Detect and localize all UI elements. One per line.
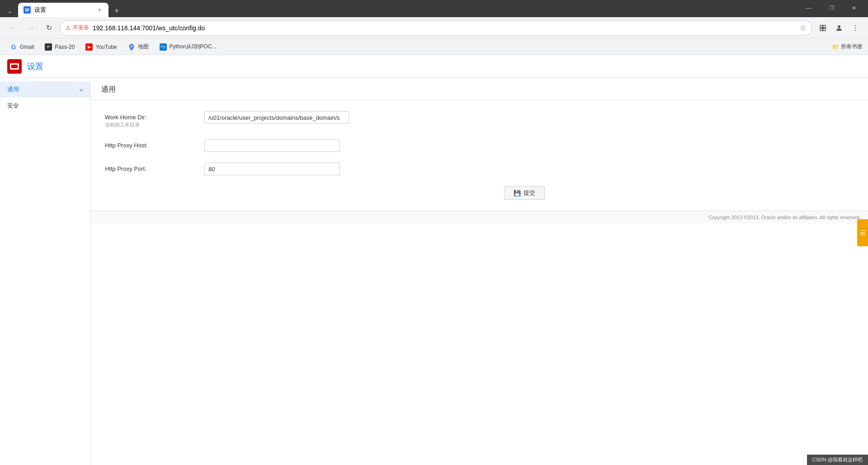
tab-expand-button[interactable]: ⌄ xyxy=(4,5,16,17)
svg-point-7 xyxy=(855,30,856,31)
warning-icon: ⚠ xyxy=(66,24,71,31)
bookmark-youtube-label: YouTube xyxy=(95,44,117,50)
save-icon: 💾 xyxy=(514,190,521,197)
svg-point-6 xyxy=(855,27,856,28)
bookmarks-bar: G Gmail P Pass-20 ▶ YouTube 地图 Py xyxy=(0,39,868,55)
work-home-dir-label: Work Home Dir: xyxy=(105,114,204,121)
sidebar: 通用 » 安全 xyxy=(0,78,90,465)
http-proxy-port-control xyxy=(204,163,385,175)
forward-button[interactable]: → xyxy=(24,21,38,35)
bookmark-star-button[interactable]: ☆ xyxy=(800,23,806,32)
tab-close-button[interactable]: × xyxy=(96,6,103,14)
bookmark-gmail-label: Gmail xyxy=(20,44,34,50)
app-header: 设置 xyxy=(0,55,868,78)
tab-title: 设置 xyxy=(34,6,92,14)
restore-button[interactable]: ❐ xyxy=(821,1,842,15)
svg-rect-2 xyxy=(820,28,822,30)
bookmark-gmail[interactable]: G Gmail xyxy=(5,41,38,53)
footer-text: Copyright 2013 ©2013, Oracle and/or its … xyxy=(708,215,861,220)
gmail-icon: G xyxy=(10,43,17,51)
form-area: Work Home Dir: 当前的工作目录 Http Proxy Host: xyxy=(90,100,868,211)
folder-icon: 📁 xyxy=(832,44,839,50)
http-proxy-port-label: Http Proxy Port: xyxy=(105,165,204,172)
pass20-icon: P xyxy=(45,43,52,51)
bookmark-youtube[interactable]: ▶ YouTube xyxy=(81,41,121,53)
browser-window: ⌄ W 设置 × + — ❐ ✕ ← → ↻ ⚠ 不安全 192.168.116… xyxy=(0,0,868,465)
section-title: 通用 xyxy=(101,85,116,93)
bookmark-maps-label: 地图 xyxy=(138,43,149,51)
http-proxy-port-row: Http Proxy Port: xyxy=(105,163,854,175)
svg-rect-3 xyxy=(823,28,826,30)
svg-rect-1 xyxy=(823,25,826,28)
back-button[interactable]: ← xyxy=(5,21,20,35)
bookmark-pass20-label: Pass-20 xyxy=(55,44,75,50)
svg-rect-0 xyxy=(820,25,822,28)
submit-button[interactable]: 💾 提交 xyxy=(504,186,545,200)
extensions-button[interactable] xyxy=(816,21,830,35)
work-home-dir-input[interactable] xyxy=(204,111,349,124)
page-footer: Copyright 2013 ©2013, Oracle and/or its … xyxy=(90,211,868,223)
bookmark-maps[interactable]: 地图 xyxy=(123,41,153,53)
tab-favicon-icon: W xyxy=(24,6,31,14)
python-icon: Py xyxy=(160,43,167,51)
refresh-button[interactable]: ↻ xyxy=(42,21,56,35)
security-text: 不安全 xyxy=(73,24,89,32)
http-proxy-host-control xyxy=(204,139,385,152)
sidebar-item-security[interactable]: 安全 xyxy=(0,98,90,114)
navigation-bar: ← → ↻ ⚠ 不安全 192.168.116.144:7001/ws_utc/… xyxy=(0,17,868,39)
new-tab-button[interactable]: + xyxy=(110,5,123,17)
bookmarks-right: 📁 所有书签 xyxy=(832,43,863,51)
section-header: 通用 xyxy=(90,78,868,100)
work-home-dir-sublabel: 当前的工作目录 xyxy=(105,122,204,128)
svg-point-4 xyxy=(838,25,840,28)
svg-point-5 xyxy=(855,25,856,26)
main-content: 通用 » 安全 通用 Work Home Dir: 当前的 xyxy=(0,78,868,465)
csdn-footer-text: CSDN @我看就这样吧 xyxy=(812,457,863,462)
bookmark-python[interactable]: Py Python从0到POC... xyxy=(155,41,221,53)
active-tab[interactable]: W 设置 × xyxy=(18,3,108,17)
app-logo xyxy=(7,59,22,74)
work-home-dir-row: Work Home Dir: 当前的工作目录 xyxy=(105,111,854,128)
all-bookmarks-button[interactable]: 📁 所有书签 xyxy=(832,43,863,51)
sidebar-item-security-label: 安全 xyxy=(7,102,19,110)
window-controls: — ❐ ✕ xyxy=(798,1,864,17)
work-home-dir-label-container: Work Home Dir: 当前的工作目录 xyxy=(105,111,204,128)
http-proxy-port-label-container: Http Proxy Port: xyxy=(105,163,204,172)
side-widget[interactable]: ☰ xyxy=(857,219,868,246)
http-proxy-host-row: Http Proxy Host: xyxy=(105,139,854,152)
tab-favicon: W xyxy=(24,6,31,14)
menu-button[interactable] xyxy=(848,21,863,35)
close-button[interactable]: ✕ xyxy=(844,1,864,15)
security-indicator: ⚠ 不安全 xyxy=(66,24,89,32)
address-bar[interactable]: ⚠ 不安全 192.168.116.144:7001/ws_utc/config… xyxy=(60,20,812,36)
http-proxy-host-input[interactable] xyxy=(204,139,340,152)
all-bookmarks-label: 所有书签 xyxy=(841,43,863,51)
youtube-icon: ▶ xyxy=(85,43,93,51)
app-title: 设置 xyxy=(27,61,43,72)
app-area: 设置 通用 » 安全 通用 xyxy=(0,55,868,465)
bookmark-pass20[interactable]: P Pass-20 xyxy=(40,41,79,53)
http-proxy-host-label: Http Proxy Host: xyxy=(105,142,204,149)
submit-label: 提交 xyxy=(524,189,535,197)
side-widget-icon: ☰ xyxy=(860,229,866,236)
bookmark-python-label: Python从0到POC... xyxy=(170,43,217,51)
app-logo-icon xyxy=(10,63,19,70)
csdn-footer: CSDN @我看就这样吧 xyxy=(807,455,868,465)
sidebar-item-general[interactable]: 通用 » xyxy=(0,81,90,98)
maps-icon xyxy=(128,43,135,51)
nav-right-icons xyxy=(816,21,863,35)
tab-bar: ⌄ W 设置 × + — ❐ ✕ xyxy=(0,0,868,17)
sidebar-item-general-label: 通用 xyxy=(7,85,19,94)
http-proxy-host-label-container: Http Proxy Host: xyxy=(105,139,204,149)
http-proxy-port-input[interactable] xyxy=(204,163,340,175)
minimize-button[interactable]: — xyxy=(798,1,819,15)
submit-row: 💾 提交 xyxy=(105,186,854,200)
address-text: 192.168.116.144:7001/ws_utc/config.do xyxy=(93,24,796,32)
work-home-dir-control xyxy=(204,111,385,124)
profile-button[interactable] xyxy=(832,21,846,35)
chevron-right-icon: » xyxy=(80,86,83,93)
page-content: 通用 Work Home Dir: 当前的工作目录 xyxy=(90,78,868,465)
